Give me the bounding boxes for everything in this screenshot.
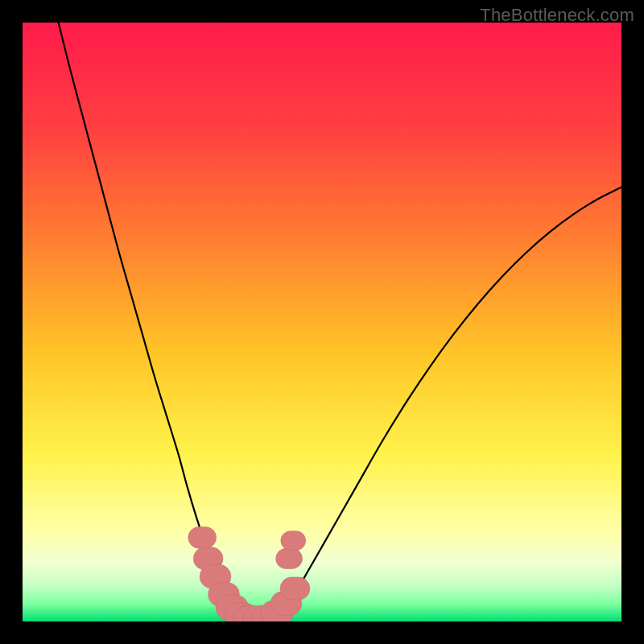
watermark-text: TheBottleneck.com bbox=[480, 5, 634, 26]
chart-svg bbox=[23, 23, 621, 621]
chart-frame: TheBottleneck.com bbox=[0, 0, 644, 644]
curve-marker bbox=[281, 531, 306, 551]
curve-marker bbox=[188, 526, 217, 548]
gradient-background bbox=[23, 23, 621, 621]
plot-area bbox=[23, 23, 621, 621]
curve-marker bbox=[280, 577, 310, 600]
curve-marker bbox=[276, 548, 303, 568]
